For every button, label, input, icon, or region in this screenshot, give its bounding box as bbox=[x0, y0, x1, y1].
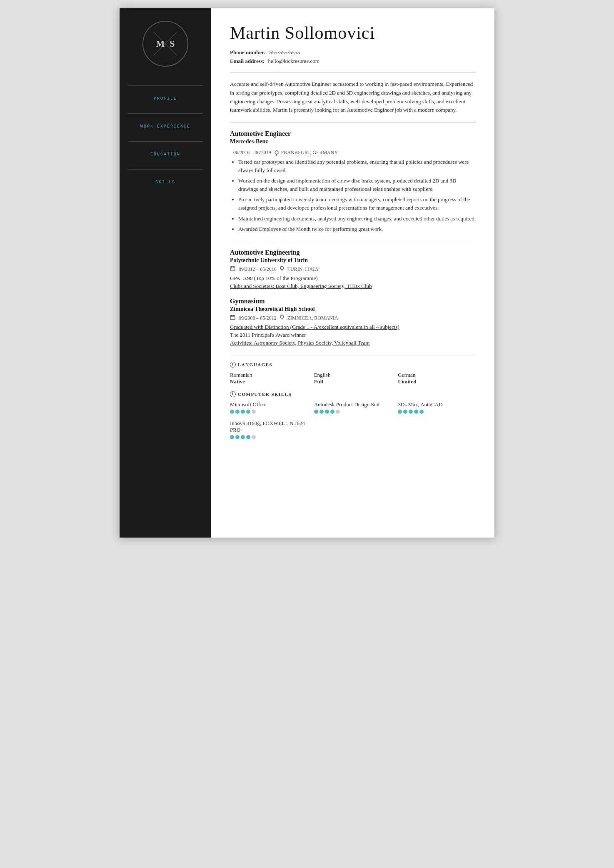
languages-label: i LANGUAGES bbox=[230, 362, 476, 368]
sidebar-skills-label: SKILLS bbox=[155, 180, 175, 185]
divider-after-contact bbox=[230, 72, 476, 73]
edu-meta-2: 09/2008 – 05/2012 ZIMNICEA, ROMANIA bbox=[230, 315, 338, 322]
computer-skills-grid-2: Innova 3160g, FOXWELL NT624 PRO bbox=[230, 420, 476, 439]
bullet-1-3: Pro-actively participated in weekly team… bbox=[238, 195, 476, 212]
bullet-1-1: Tested car prototypes and identified any… bbox=[238, 158, 476, 175]
info-icon-lang: i bbox=[230, 362, 236, 368]
location-icon-1 bbox=[275, 150, 278, 155]
dot-0-0 bbox=[230, 410, 234, 414]
computer-skills-grid: Microsoft Office Autodesk Product Design… bbox=[230, 401, 476, 414]
email-label: Email address: bbox=[230, 58, 265, 64]
dot-2-4 bbox=[419, 410, 424, 414]
dot-1-4 bbox=[336, 410, 340, 414]
skill-dots-0 bbox=[230, 410, 308, 414]
calendar-icon-edu-1 bbox=[230, 266, 235, 273]
skill-name-1: Autodesk Product Design Suit bbox=[314, 401, 392, 408]
education-section: Automotive Engineering Polytechnic Unive… bbox=[230, 249, 476, 346]
languages-grid: Romanian Native English Full German Limi… bbox=[230, 372, 476, 385]
lang-item-english: English Full bbox=[314, 372, 392, 385]
dot-2-0 bbox=[398, 410, 402, 414]
edu-detail-1-0: GPA: 3.98 (Top 10% of the Programme) bbox=[230, 275, 476, 282]
edu-meta-1: 09/2012 – 05/2016 TURIN, ITALY bbox=[230, 266, 319, 273]
resume-container: M S PROFILE WORK EXPERIENCE EDUCATION SK… bbox=[120, 8, 494, 538]
edu-degree-1: Automotive Engineering bbox=[230, 249, 476, 256]
dot-1-2 bbox=[325, 410, 329, 414]
svg-point-0 bbox=[275, 151, 278, 154]
bullet-1-5: Awarded Employee of the Month twice for … bbox=[238, 225, 476, 233]
skill-dots-2 bbox=[398, 410, 476, 414]
avatar: M S bbox=[142, 21, 188, 67]
edu-detail-2-1: The 2011 Principal's Award winner bbox=[230, 332, 476, 338]
bullet-1-4: Maintained engineering documents, analys… bbox=[238, 215, 476, 223]
svg-rect-2 bbox=[230, 267, 235, 271]
dot-1-3 bbox=[330, 410, 334, 414]
skill-item-1: Autodesk Product Design Suit bbox=[314, 401, 392, 414]
info-icon-comp: i bbox=[230, 391, 236, 397]
edu-date-2: 09/2008 – 05/2012 bbox=[239, 315, 277, 321]
work-experience-section: Automotive Engineer Mercedes-Benz 06/201… bbox=[230, 130, 476, 233]
computer-skills-label: i COMPUTER SKILLS bbox=[230, 391, 476, 397]
skill-item-2: 3Ds Max, AutoCAD bbox=[398, 401, 476, 414]
lang-level-0: Native bbox=[230, 378, 308, 385]
avatar-letters: M S bbox=[156, 38, 175, 49]
sidebar-profile-label: PROFILE bbox=[154, 96, 177, 101]
dot-0-4 bbox=[252, 410, 256, 414]
phone-label: Phone number: bbox=[230, 49, 266, 55]
skill-dots-3 bbox=[230, 435, 308, 439]
lang-item-romanian: Romanian Native bbox=[230, 372, 308, 385]
lang-name-2: German bbox=[398, 372, 476, 378]
phone-info: Phone number: 555-555-5555 bbox=[230, 49, 476, 56]
svg-point-12 bbox=[280, 315, 284, 318]
dot-1-0 bbox=[314, 410, 318, 414]
sidebar-work-label: WORK EXPERIENCE bbox=[140, 124, 190, 129]
job-date-1: 06/2016 – 06/2019 bbox=[233, 150, 271, 156]
edu-institution-2: Zimnicea Theoretical High School bbox=[230, 306, 476, 313]
calendar-icon-edu-2 bbox=[230, 315, 235, 322]
location-icon-edu-1 bbox=[280, 266, 284, 273]
main-content: Martin Sollomovici Phone number: 555-555… bbox=[211, 8, 494, 538]
sidebar-divider-4 bbox=[128, 169, 203, 170]
sidebar-education-label: EDUCATION bbox=[150, 152, 180, 157]
divider-after-profile bbox=[230, 122, 476, 123]
edu-detail-2-2: Activities: Astronomy Society, Physics S… bbox=[230, 340, 476, 346]
phone-value: 555-555-5555 bbox=[270, 49, 300, 55]
skills-section: i LANGUAGES Romanian Native English Full… bbox=[230, 362, 476, 439]
dot-1-1 bbox=[319, 410, 324, 414]
lang-name-1: English bbox=[314, 372, 392, 378]
initial-m: M bbox=[156, 38, 165, 49]
divider-after-education bbox=[230, 354, 476, 354]
edu-location-2: ZIMNICEA, ROMANIA bbox=[287, 315, 338, 321]
sidebar: M S PROFILE WORK EXPERIENCE EDUCATION SK… bbox=[120, 8, 211, 538]
edu-location-1: TURIN, ITALY bbox=[287, 266, 319, 273]
dot-0-3 bbox=[246, 410, 250, 414]
candidate-name: Martin Sollomovici bbox=[230, 23, 476, 43]
skill-name-2: 3Ds Max, AutoCAD bbox=[398, 401, 476, 408]
edu-detail-2-0: Graduated with Distinction (Grade 1 - A/… bbox=[230, 324, 476, 330]
skill-item-0: Microsoft Office bbox=[230, 401, 308, 414]
edu-detail-1-1: Clubs and Societies: Boat Club, Engineer… bbox=[230, 283, 476, 290]
svg-point-6 bbox=[280, 266, 284, 270]
dot-2-3 bbox=[414, 410, 418, 414]
sidebar-divider-3 bbox=[128, 141, 203, 142]
lang-item-german: German Limited bbox=[398, 372, 476, 385]
dot-3-4 bbox=[252, 435, 256, 439]
profile-text: Accurate and self-driven Automotive Engi… bbox=[230, 80, 476, 115]
dot-3-2 bbox=[241, 435, 245, 439]
dot-0-1 bbox=[235, 410, 240, 414]
lang-name-0: Romanian bbox=[230, 372, 308, 378]
sidebar-divider-2 bbox=[128, 113, 203, 114]
dot-2-2 bbox=[409, 410, 413, 414]
bullet-1-2: Worked on the design and implementation … bbox=[238, 177, 476, 193]
skill-name-0: Microsoft Office bbox=[230, 401, 308, 408]
location-icon-edu-2 bbox=[280, 315, 284, 322]
edu-institution-1: Polytechnic University of Turin bbox=[230, 257, 476, 264]
dot-2-1 bbox=[403, 410, 407, 414]
email-value: hello@kickresume.com bbox=[268, 58, 319, 64]
skill-dots-1 bbox=[314, 410, 392, 414]
svg-rect-8 bbox=[230, 315, 235, 320]
lang-level-2: Limited bbox=[398, 378, 476, 385]
email-info: Email address: hello@kickresume.com bbox=[230, 58, 476, 65]
sidebar-divider-1 bbox=[128, 85, 203, 86]
edu-degree-2: Gymnasium bbox=[230, 298, 476, 305]
job-location-1: FRANKFURT, GERMANY bbox=[281, 150, 338, 156]
